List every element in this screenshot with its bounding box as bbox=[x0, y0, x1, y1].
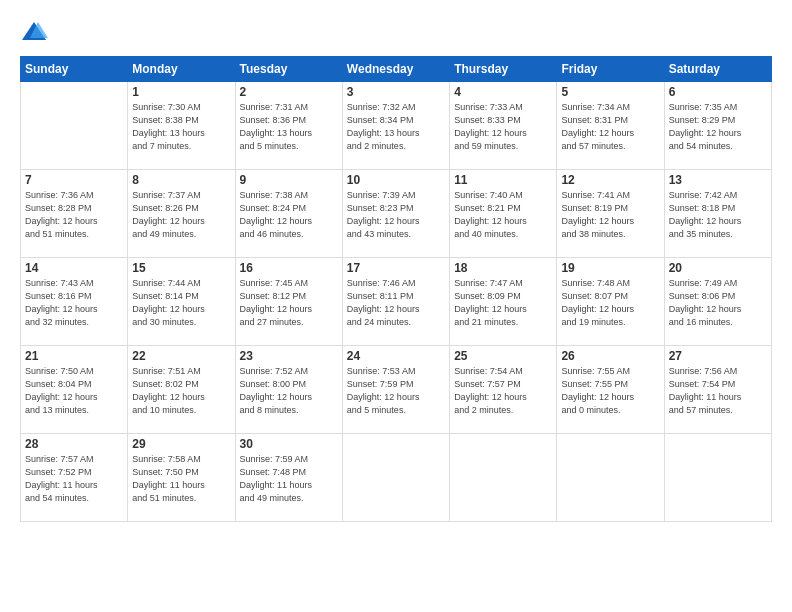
day-info: Sunrise: 7:53 AMSunset: 7:59 PMDaylight:… bbox=[347, 365, 445, 417]
day-number: 22 bbox=[132, 349, 230, 363]
day-number: 6 bbox=[669, 85, 767, 99]
day-number: 14 bbox=[25, 261, 123, 275]
day-cell: 26Sunrise: 7:55 AMSunset: 7:55 PMDayligh… bbox=[557, 346, 664, 434]
day-cell bbox=[557, 434, 664, 522]
week-row-0: 1Sunrise: 7:30 AMSunset: 8:38 PMDaylight… bbox=[21, 82, 772, 170]
day-cell: 18Sunrise: 7:47 AMSunset: 8:09 PMDayligh… bbox=[450, 258, 557, 346]
day-number: 5 bbox=[561, 85, 659, 99]
day-info: Sunrise: 7:44 AMSunset: 8:14 PMDaylight:… bbox=[132, 277, 230, 329]
day-info: Sunrise: 7:34 AMSunset: 8:31 PMDaylight:… bbox=[561, 101, 659, 153]
day-info: Sunrise: 7:33 AMSunset: 8:33 PMDaylight:… bbox=[454, 101, 552, 153]
day-cell: 7Sunrise: 7:36 AMSunset: 8:28 PMDaylight… bbox=[21, 170, 128, 258]
day-number: 25 bbox=[454, 349, 552, 363]
day-cell: 2Sunrise: 7:31 AMSunset: 8:36 PMDaylight… bbox=[235, 82, 342, 170]
day-cell bbox=[664, 434, 771, 522]
day-cell: 14Sunrise: 7:43 AMSunset: 8:16 PMDayligh… bbox=[21, 258, 128, 346]
day-info: Sunrise: 7:52 AMSunset: 8:00 PMDaylight:… bbox=[240, 365, 338, 417]
day-info: Sunrise: 7:30 AMSunset: 8:38 PMDaylight:… bbox=[132, 101, 230, 153]
day-cell: 17Sunrise: 7:46 AMSunset: 8:11 PMDayligh… bbox=[342, 258, 449, 346]
day-info: Sunrise: 7:57 AMSunset: 7:52 PMDaylight:… bbox=[25, 453, 123, 505]
day-info: Sunrise: 7:37 AMSunset: 8:26 PMDaylight:… bbox=[132, 189, 230, 241]
day-info: Sunrise: 7:43 AMSunset: 8:16 PMDaylight:… bbox=[25, 277, 123, 329]
day-number: 21 bbox=[25, 349, 123, 363]
logo-icon bbox=[20, 18, 48, 46]
day-info: Sunrise: 7:31 AMSunset: 8:36 PMDaylight:… bbox=[240, 101, 338, 153]
day-number: 11 bbox=[454, 173, 552, 187]
day-cell: 15Sunrise: 7:44 AMSunset: 8:14 PMDayligh… bbox=[128, 258, 235, 346]
day-info: Sunrise: 7:36 AMSunset: 8:28 PMDaylight:… bbox=[25, 189, 123, 241]
day-info: Sunrise: 7:50 AMSunset: 8:04 PMDaylight:… bbox=[25, 365, 123, 417]
day-cell: 6Sunrise: 7:35 AMSunset: 8:29 PMDaylight… bbox=[664, 82, 771, 170]
day-info: Sunrise: 7:59 AMSunset: 7:48 PMDaylight:… bbox=[240, 453, 338, 505]
col-header-monday: Monday bbox=[128, 57, 235, 82]
day-number: 18 bbox=[454, 261, 552, 275]
col-header-tuesday: Tuesday bbox=[235, 57, 342, 82]
day-cell: 21Sunrise: 7:50 AMSunset: 8:04 PMDayligh… bbox=[21, 346, 128, 434]
day-info: Sunrise: 7:51 AMSunset: 8:02 PMDaylight:… bbox=[132, 365, 230, 417]
day-info: Sunrise: 7:54 AMSunset: 7:57 PMDaylight:… bbox=[454, 365, 552, 417]
day-number: 7 bbox=[25, 173, 123, 187]
day-cell: 29Sunrise: 7:58 AMSunset: 7:50 PMDayligh… bbox=[128, 434, 235, 522]
day-cell: 11Sunrise: 7:40 AMSunset: 8:21 PMDayligh… bbox=[450, 170, 557, 258]
day-cell: 3Sunrise: 7:32 AMSunset: 8:34 PMDaylight… bbox=[342, 82, 449, 170]
col-header-thursday: Thursday bbox=[450, 57, 557, 82]
week-row-3: 21Sunrise: 7:50 AMSunset: 8:04 PMDayligh… bbox=[21, 346, 772, 434]
day-info: Sunrise: 7:35 AMSunset: 8:29 PMDaylight:… bbox=[669, 101, 767, 153]
page: SundayMondayTuesdayWednesdayThursdayFrid… bbox=[0, 0, 792, 612]
calendar-table: SundayMondayTuesdayWednesdayThursdayFrid… bbox=[20, 56, 772, 522]
day-number: 2 bbox=[240, 85, 338, 99]
day-number: 30 bbox=[240, 437, 338, 451]
week-row-4: 28Sunrise: 7:57 AMSunset: 7:52 PMDayligh… bbox=[21, 434, 772, 522]
day-number: 12 bbox=[561, 173, 659, 187]
day-cell bbox=[21, 82, 128, 170]
day-info: Sunrise: 7:38 AMSunset: 8:24 PMDaylight:… bbox=[240, 189, 338, 241]
col-header-sunday: Sunday bbox=[21, 57, 128, 82]
day-number: 27 bbox=[669, 349, 767, 363]
day-info: Sunrise: 7:46 AMSunset: 8:11 PMDaylight:… bbox=[347, 277, 445, 329]
day-cell: 23Sunrise: 7:52 AMSunset: 8:00 PMDayligh… bbox=[235, 346, 342, 434]
col-header-friday: Friday bbox=[557, 57, 664, 82]
day-number: 3 bbox=[347, 85, 445, 99]
day-cell: 9Sunrise: 7:38 AMSunset: 8:24 PMDaylight… bbox=[235, 170, 342, 258]
day-number: 15 bbox=[132, 261, 230, 275]
day-number: 13 bbox=[669, 173, 767, 187]
day-cell: 30Sunrise: 7:59 AMSunset: 7:48 PMDayligh… bbox=[235, 434, 342, 522]
day-cell: 1Sunrise: 7:30 AMSunset: 8:38 PMDaylight… bbox=[128, 82, 235, 170]
day-number: 23 bbox=[240, 349, 338, 363]
day-number: 4 bbox=[454, 85, 552, 99]
day-cell: 28Sunrise: 7:57 AMSunset: 7:52 PMDayligh… bbox=[21, 434, 128, 522]
day-cell: 22Sunrise: 7:51 AMSunset: 8:02 PMDayligh… bbox=[128, 346, 235, 434]
week-row-1: 7Sunrise: 7:36 AMSunset: 8:28 PMDaylight… bbox=[21, 170, 772, 258]
day-info: Sunrise: 7:56 AMSunset: 7:54 PMDaylight:… bbox=[669, 365, 767, 417]
day-number: 9 bbox=[240, 173, 338, 187]
header-row: SundayMondayTuesdayWednesdayThursdayFrid… bbox=[21, 57, 772, 82]
day-info: Sunrise: 7:58 AMSunset: 7:50 PMDaylight:… bbox=[132, 453, 230, 505]
day-cell bbox=[342, 434, 449, 522]
header bbox=[20, 18, 772, 46]
day-info: Sunrise: 7:40 AMSunset: 8:21 PMDaylight:… bbox=[454, 189, 552, 241]
col-header-wednesday: Wednesday bbox=[342, 57, 449, 82]
day-info: Sunrise: 7:49 AMSunset: 8:06 PMDaylight:… bbox=[669, 277, 767, 329]
day-number: 20 bbox=[669, 261, 767, 275]
col-header-saturday: Saturday bbox=[664, 57, 771, 82]
day-cell: 19Sunrise: 7:48 AMSunset: 8:07 PMDayligh… bbox=[557, 258, 664, 346]
day-cell: 5Sunrise: 7:34 AMSunset: 8:31 PMDaylight… bbox=[557, 82, 664, 170]
day-number: 17 bbox=[347, 261, 445, 275]
day-number: 29 bbox=[132, 437, 230, 451]
day-cell: 24Sunrise: 7:53 AMSunset: 7:59 PMDayligh… bbox=[342, 346, 449, 434]
day-cell bbox=[450, 434, 557, 522]
day-info: Sunrise: 7:55 AMSunset: 7:55 PMDaylight:… bbox=[561, 365, 659, 417]
day-info: Sunrise: 7:45 AMSunset: 8:12 PMDaylight:… bbox=[240, 277, 338, 329]
day-cell: 25Sunrise: 7:54 AMSunset: 7:57 PMDayligh… bbox=[450, 346, 557, 434]
day-info: Sunrise: 7:48 AMSunset: 8:07 PMDaylight:… bbox=[561, 277, 659, 329]
day-number: 28 bbox=[25, 437, 123, 451]
day-number: 16 bbox=[240, 261, 338, 275]
day-info: Sunrise: 7:42 AMSunset: 8:18 PMDaylight:… bbox=[669, 189, 767, 241]
day-cell: 27Sunrise: 7:56 AMSunset: 7:54 PMDayligh… bbox=[664, 346, 771, 434]
day-info: Sunrise: 7:41 AMSunset: 8:19 PMDaylight:… bbox=[561, 189, 659, 241]
day-number: 1 bbox=[132, 85, 230, 99]
day-cell: 20Sunrise: 7:49 AMSunset: 8:06 PMDayligh… bbox=[664, 258, 771, 346]
day-info: Sunrise: 7:32 AMSunset: 8:34 PMDaylight:… bbox=[347, 101, 445, 153]
logo bbox=[20, 18, 52, 46]
week-row-2: 14Sunrise: 7:43 AMSunset: 8:16 PMDayligh… bbox=[21, 258, 772, 346]
